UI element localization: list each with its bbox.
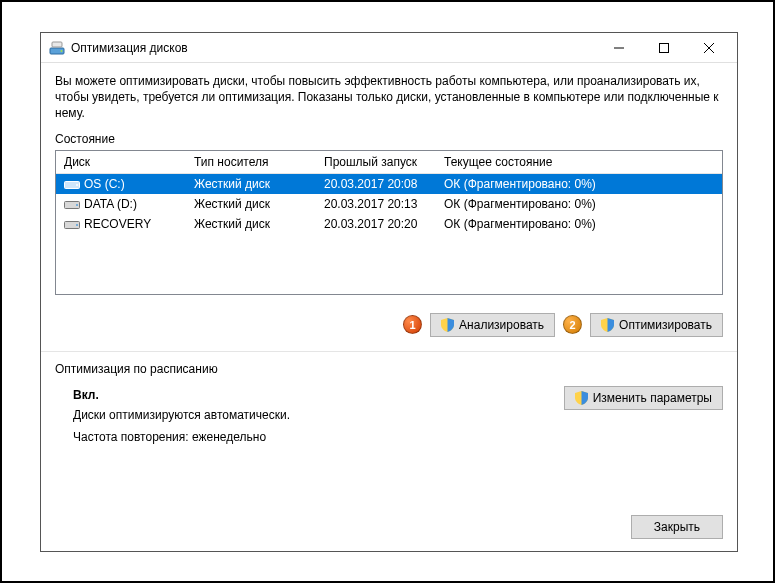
schedule-label: Оптимизация по расписанию: [55, 362, 723, 376]
last-run: 20.03.2017 20:08: [316, 173, 436, 194]
disk-name: DATA (D:): [84, 197, 137, 211]
current-state: ОК (Фрагментировано: 0%): [436, 173, 722, 194]
svg-point-8: [76, 184, 78, 186]
media-type: Жесткий диск: [186, 194, 316, 214]
last-run: 20.03.2017 20:20: [316, 214, 436, 234]
svg-rect-2: [52, 42, 62, 47]
app-icon: [49, 40, 65, 56]
callout-badge-1: 1: [403, 315, 422, 334]
analyze-button[interactable]: Анализировать: [430, 313, 555, 337]
svg-point-1: [61, 50, 63, 52]
shield-icon: [575, 391, 588, 405]
optimize-drives-window: Оптимизация дисков Вы можете оптимизиров…: [40, 32, 738, 552]
table-header-row: Диск Тип носителя Прошлый запуск Текущее…: [56, 151, 722, 174]
intro-text: Вы можете оптимизировать диски, чтобы по…: [55, 73, 723, 122]
window-title: Оптимизация дисков: [71, 41, 596, 55]
drive-icon: [64, 218, 80, 230]
table-row[interactable]: RECOVERYЖесткий диск20.03.2017 20:20ОК (…: [56, 214, 722, 234]
current-state: ОК (Фрагментировано: 0%): [436, 214, 722, 234]
change-settings-button[interactable]: Изменить параметры: [564, 386, 723, 410]
close-button[interactable]: Закрыть: [631, 515, 723, 539]
schedule-auto-text: Диски оптимизируются автоматически.: [73, 408, 564, 422]
col-media[interactable]: Тип носителя: [186, 151, 316, 174]
maximize-button[interactable]: [641, 34, 686, 62]
status-label: Состояние: [55, 132, 723, 146]
schedule-frequency: Частота повторения: еженедельно: [73, 430, 564, 444]
drive-icon: [64, 178, 80, 190]
shield-icon: [601, 318, 614, 332]
disk-name: RECOVERY: [84, 217, 151, 231]
titlebar: Оптимизация дисков: [41, 33, 737, 63]
svg-point-12: [76, 224, 78, 226]
close-window-button[interactable]: [686, 34, 731, 62]
table-row[interactable]: DATA (D:)Жесткий диск20.03.2017 20:13ОК …: [56, 194, 722, 214]
last-run: 20.03.2017 20:13: [316, 194, 436, 214]
analyze-button-label: Анализировать: [459, 318, 544, 332]
col-current-state[interactable]: Текущее состояние: [436, 151, 722, 174]
schedule-state: Вкл.: [73, 388, 564, 402]
shield-icon: [441, 318, 454, 332]
col-last-run[interactable]: Прошлый запуск: [316, 151, 436, 174]
svg-rect-4: [659, 43, 668, 52]
col-disk[interactable]: Диск: [56, 151, 186, 174]
optimize-button[interactable]: Оптимизировать: [590, 313, 723, 337]
disk-name: OS (C:): [84, 177, 125, 191]
drive-icon: [64, 198, 80, 210]
drives-table: Диск Тип носителя Прошлый запуск Текущее…: [55, 150, 723, 295]
change-settings-label: Изменить параметры: [593, 391, 712, 405]
media-type: Жесткий диск: [186, 173, 316, 194]
current-state: ОК (Фрагментировано: 0%): [436, 194, 722, 214]
minimize-button[interactable]: [596, 34, 641, 62]
callout-badge-2: 2: [563, 315, 582, 334]
optimize-button-label: Оптимизировать: [619, 318, 712, 332]
svg-point-10: [76, 204, 78, 206]
media-type: Жесткий диск: [186, 214, 316, 234]
table-row[interactable]: OS (C:)Жесткий диск20.03.2017 20:08ОК (Ф…: [56, 173, 722, 194]
